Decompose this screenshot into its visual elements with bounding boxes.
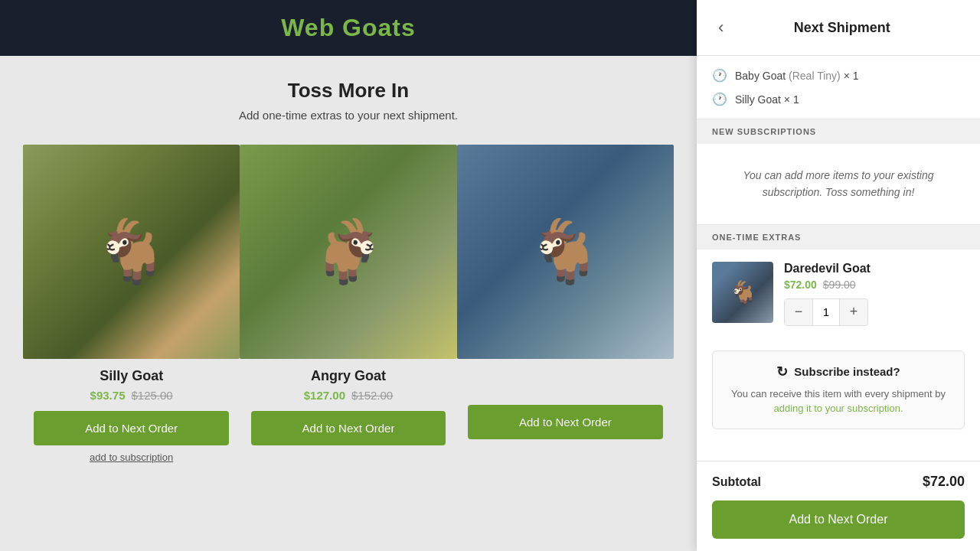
- clock-icon: 🕐: [712, 68, 727, 83]
- product-price-original-angry-goat: $152.00: [351, 389, 393, 402]
- subscribe-instead-text: You can receive this item with every shi…: [725, 386, 952, 416]
- quantity-increase-button[interactable]: +: [840, 299, 867, 325]
- item-name-silly-goat: Silly Goat × 1: [735, 93, 799, 106]
- panel-title: Next Shipment: [742, 20, 942, 36]
- subtotal-row: Subtotal $72.00: [712, 474, 965, 490]
- panel-footer: Subtotal $72.00 Add to Next Order: [697, 461, 980, 551]
- product-price-current-silly-goat: $93.75: [90, 389, 126, 402]
- product-image-third: [457, 145, 674, 359]
- subscribe-instead-header: ↻ Subscribe instead?: [725, 364, 952, 380]
- subtotal-value: $72.00: [923, 474, 965, 490]
- list-item: 🕐 Baby Goat (Real Tiny) × 1: [712, 64, 965, 87]
- panel-scroll: 🕐 Baby Goat (Real Tiny) × 1 🕐 Silly Goat…: [697, 56, 980, 461]
- product-image-silly-goat: [23, 145, 240, 359]
- product-card-angry-goat: Angry Goat $127.00 $152.00 Add to Next O…: [240, 145, 456, 463]
- page-heading: Toss More In: [288, 79, 409, 103]
- clock-icon: 🕐: [712, 92, 727, 106]
- existing-items: 🕐 Baby Goat (Real Tiny) × 1 🕐 Silly Goat…: [697, 56, 980, 119]
- subtotal-label: Subtotal: [712, 475, 761, 489]
- add-to-next-order-button-third[interactable]: Add to Next Order: [468, 405, 663, 439]
- product-image-angry-goat: [240, 145, 456, 359]
- subscribe-instead-box: ↻ Subscribe instead? You can receive thi…: [712, 350, 965, 429]
- page-subheading: Add one-time extras to your next shipmen…: [239, 109, 458, 122]
- panel-add-to-next-order-button[interactable]: Add to Next Order: [712, 500, 965, 539]
- add-to-subscription-button-silly-goat[interactable]: add to subscription: [90, 452, 173, 463]
- page-content: Toss More In Add one-time extras to your…: [0, 56, 697, 551]
- subscribe-icon: ↻: [776, 364, 788, 380]
- quantity-decrease-button[interactable]: −: [785, 299, 812, 325]
- product-prices-angry-goat: $127.00 $152.00: [304, 389, 393, 402]
- quantity-control: − 1 +: [784, 298, 868, 326]
- product-price-current-angry-goat: $127.00: [304, 389, 345, 402]
- new-subscriptions-text: You can add more items to your existing …: [697, 144, 980, 225]
- add-to-next-order-button-silly-goat[interactable]: Add to Next Order: [34, 411, 229, 445]
- product-card-silly-goat: Silly Goat $93.75 $125.00 Add to Next Or…: [23, 145, 240, 463]
- subscribe-instead-heading: Subscribe instead?: [794, 365, 900, 378]
- list-item: 🕐 Silly Goat × 1: [712, 87, 965, 111]
- extra-price-current: $72.00: [784, 279, 817, 291]
- extra-prices: $72.00 $99.00: [784, 279, 965, 291]
- one-time-extras: Daredevil Goat $72.00 $99.00 − 1 +: [697, 249, 980, 338]
- extra-product-image: [712, 262, 773, 323]
- right-panel: ‹ Next Shipment 🕐 Baby Goat (Real Tiny) …: [697, 0, 980, 551]
- extra-details: Daredevil Goat $72.00 $99.00 − 1 +: [784, 262, 965, 326]
- top-bar: Web Goats: [0, 0, 697, 56]
- subscribe-link[interactable]: adding it to your subscription.: [773, 403, 903, 414]
- products-row: Silly Goat $93.75 $125.00 Add to Next Or…: [0, 145, 697, 463]
- product-name-silly-goat: Silly Goat: [100, 368, 163, 384]
- extra-product-name: Daredevil Goat: [784, 262, 965, 276]
- quantity-value: 1: [812, 299, 840, 325]
- product-price-original-silly-goat: $125.00: [131, 389, 172, 402]
- panel-header: ‹ Next Shipment: [697, 0, 980, 56]
- extra-price-original: $99.00: [823, 279, 856, 291]
- add-to-next-order-button-angry-goat[interactable]: Add to Next Order: [251, 411, 446, 445]
- section-header-one-time-extras: ONE-TIME EXTRAS: [697, 225, 980, 249]
- back-button[interactable]: ‹: [712, 15, 730, 41]
- section-header-new-subscriptions: NEW SUBSCRIPTIONS: [697, 119, 980, 144]
- extra-item-daredevil-goat: Daredevil Goat $72.00 $99.00 − 1 +: [712, 262, 965, 326]
- product-name-angry-goat: Angry Goat: [311, 368, 386, 384]
- product-card-third: Add to Next Order: [457, 145, 674, 463]
- item-name-baby-goat: Baby Goat (Real Tiny) × 1: [735, 70, 858, 82]
- app-title: Web Goats: [281, 14, 416, 42]
- product-prices-silly-goat: $93.75 $125.00: [90, 389, 173, 402]
